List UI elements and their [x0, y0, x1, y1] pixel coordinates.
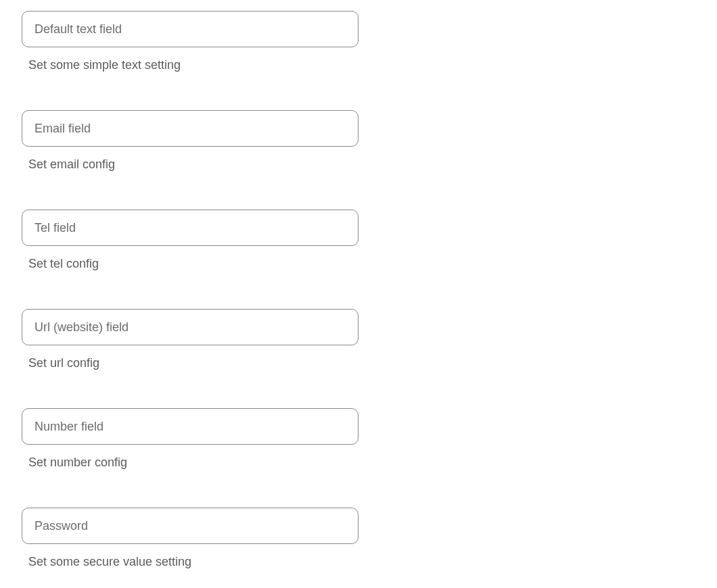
- url-field[interactable]: [22, 309, 358, 345]
- helper-text-tel: Set tel config: [28, 257, 695, 271]
- password-field[interactable]: [22, 508, 358, 544]
- number-field[interactable]: [22, 408, 358, 445]
- tel-field[interactable]: [22, 210, 358, 246]
- helper-text-number: Set number config: [28, 456, 695, 470]
- helper-text-password: Set some secure value setting: [28, 555, 695, 569]
- email-field[interactable]: [22, 110, 358, 147]
- helper-text-default: Set some simple text setting: [28, 58, 695, 72]
- default-text-field[interactable]: [22, 11, 358, 47]
- field-group-email: Set email config: [22, 110, 695, 172]
- field-group-text: Set some simple text setting: [22, 11, 695, 72]
- helper-text-email: Set email config: [28, 157, 695, 172]
- field-group-url: Set url config: [22, 309, 695, 370]
- field-group-number: Set number config: [22, 408, 695, 470]
- field-group-tel: Set tel config: [22, 210, 695, 271]
- field-group-password: Set some secure value setting: [22, 508, 695, 569]
- helper-text-url: Set url config: [28, 356, 695, 370]
